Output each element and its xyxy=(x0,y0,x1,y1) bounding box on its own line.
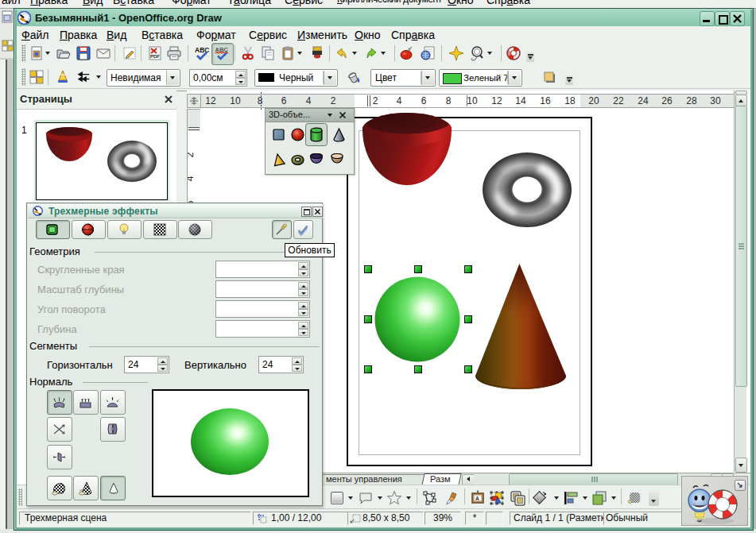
svg-text:A: A xyxy=(475,496,479,501)
svg-text:PDF: PDF xyxy=(150,54,160,59)
svg-text:ABC: ABC xyxy=(195,46,209,54)
